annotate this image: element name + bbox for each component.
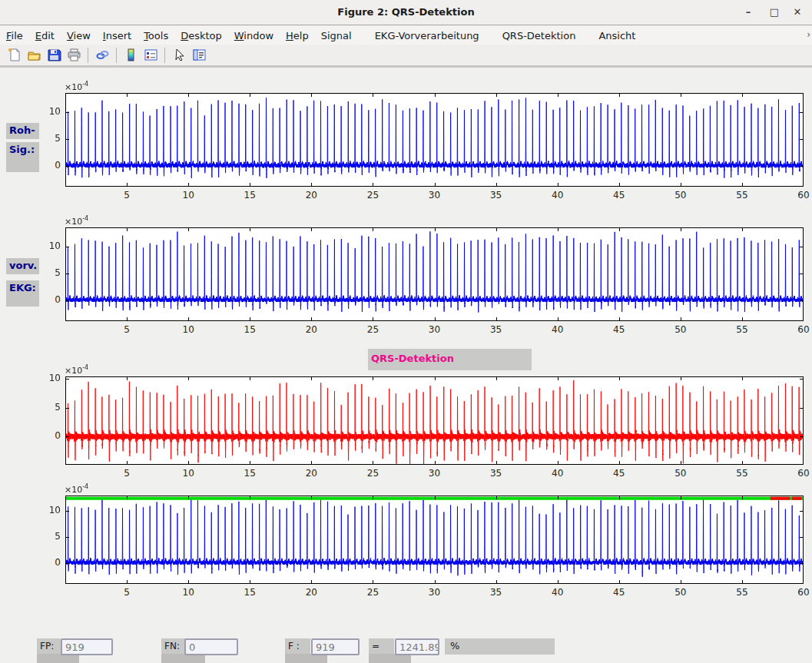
y-axis-exponent-label: ×10-4 — [65, 215, 88, 227]
maximize-button[interactable]: □ — [766, 5, 783, 20]
save-icon[interactable] — [45, 46, 63, 65]
x-tick-label: 55 — [729, 587, 755, 598]
property-inspector-icon[interactable] — [190, 46, 208, 65]
x-tick-label: 25 — [360, 324, 386, 335]
x-tick-label: 10 — [175, 587, 201, 598]
x-tick-label: 30 — [422, 324, 448, 335]
x-tick-label: 45 — [606, 468, 632, 479]
x-tick-label: 45 — [606, 190, 632, 201]
f-label: F : — [285, 638, 310, 654]
x-tick-label: 60 — [790, 324, 812, 335]
label-ekg: EKG: — [6, 280, 39, 307]
label-sig: Sig.: — [6, 142, 39, 172]
menu-item-file[interactable]: File — [6, 30, 23, 41]
y-tick-label: 5 — [41, 402, 61, 413]
new-document-icon[interactable] — [5, 46, 23, 65]
menu-item-help[interactable]: Help — [286, 30, 309, 41]
menu-item-ansicht[interactable]: Ansicht — [598, 30, 635, 41]
menu-item-edit[interactable]: Edit — [35, 30, 55, 41]
x-tick-label: 10 — [175, 324, 201, 335]
y-tick-label: 10 — [41, 106, 61, 117]
x-tick-label: 40 — [545, 587, 571, 598]
x-tick-label: 20 — [298, 190, 324, 201]
menu-item-insert[interactable]: Insert — [103, 30, 131, 41]
y-tick-label: 5 — [41, 267, 61, 278]
toolbar-separator — [88, 48, 88, 63]
x-tick-label: 60 — [790, 587, 812, 598]
ratio-input[interactable] — [395, 638, 439, 655]
x-tick-label: 15 — [237, 324, 263, 335]
menu-item-view[interactable]: View — [67, 30, 91, 41]
fp-input[interactable] — [61, 638, 113, 655]
plot-detektionsergebnis-canvas[interactable] — [65, 496, 804, 584]
f-input[interactable] — [311, 638, 360, 655]
label-roh-text: Roh- — [9, 124, 35, 136]
percent-label-box: % — [445, 638, 555, 655]
y-tick-label: 5 — [41, 133, 61, 144]
x-tick-label: 40 — [545, 190, 571, 201]
x-tick-label: 55 — [729, 468, 755, 479]
qrs-detektion-title: QRS-Detektion — [371, 353, 454, 364]
plot-roh-signal — [65, 93, 804, 187]
x-tick-label: 5 — [114, 587, 140, 598]
label-ekg-text: EKG: — [9, 282, 36, 293]
menu-item-qrs-detektion[interactable]: QRS-Detektion — [502, 30, 576, 41]
label-vorv: vorv. — [6, 258, 39, 274]
x-tick-label: 30 — [422, 190, 448, 201]
x-tick-label: 5 — [114, 324, 140, 335]
fn-input[interactable] — [184, 638, 238, 655]
menu-item-tools[interactable]: Tools — [144, 30, 168, 41]
edit-plot-arrow-icon[interactable] — [170, 46, 188, 65]
menu-item-signal[interactable]: Signal — [321, 30, 352, 41]
y-axis-exponent-label: ×10-4 — [65, 483, 88, 495]
x-tick-label: 15 — [237, 468, 263, 479]
label-vorv-text: vorv. — [9, 260, 37, 271]
toolbar-separator — [116, 48, 117, 63]
y-axis-exponent-label: ×10-4 — [65, 81, 88, 92]
toolbar-separator — [164, 48, 165, 63]
y-tick-label: 10 — [41, 240, 61, 251]
x-tick-label: 25 — [360, 190, 386, 201]
x-tick-label: 50 — [668, 190, 694, 201]
fp-label: FP: — [37, 638, 61, 654]
x-tick-label: 25 — [360, 587, 386, 598]
y-tick-label: 10 — [41, 373, 61, 383]
x-tick-label: 30 — [422, 468, 448, 479]
x-tick-label: 20 — [298, 324, 324, 335]
x-tick-label: 25 — [360, 468, 386, 479]
percent-label: % — [450, 640, 459, 651]
y-tick-label: 0 — [41, 430, 61, 441]
open-folder-icon[interactable] — [25, 46, 43, 65]
y-tick-label: 5 — [41, 531, 61, 542]
x-tick-label: 45 — [606, 324, 632, 335]
x-tick-label: 35 — [483, 587, 509, 598]
menu-item-desktop[interactable]: Desktop — [181, 30, 222, 41]
print-icon[interactable] — [65, 46, 83, 65]
y-tick-label: 0 — [41, 294, 61, 305]
x-tick-label: 10 — [175, 468, 201, 479]
x-tick-label: 50 — [668, 468, 694, 479]
x-tick-label: 10 — [175, 190, 201, 201]
plot-roh-signal-canvas[interactable] — [65, 93, 804, 187]
menu-item-window[interactable]: Window — [234, 30, 273, 41]
plot-vorverarbeitetes-ekg-canvas[interactable] — [65, 227, 804, 321]
title-bar: Figure 2: QRS-Detektion – □ ✕ — [0, 0, 812, 25]
y-axis-exponent-label: ×10-4 — [65, 364, 88, 376]
x-tick-label: 60 — [790, 190, 812, 201]
close-button[interactable]: ✕ — [789, 5, 806, 20]
fn-label: FN: — [161, 638, 185, 654]
equals-label: = — [369, 638, 394, 654]
x-tick-label: 55 — [729, 324, 755, 335]
menu-item-ekg-vorverarbeitung[interactable]: EKG-Vorverarbeitung — [375, 30, 479, 41]
x-tick-label: 20 — [298, 468, 324, 479]
x-tick-label: 40 — [545, 324, 571, 335]
x-tick-label: 60 — [790, 468, 812, 479]
insert-legend-icon[interactable] — [141, 46, 160, 65]
plot-qrs-detektion-canvas[interactable] — [65, 376, 804, 465]
minimize-button[interactable]: – — [740, 5, 757, 20]
plot-detektionsergebnis — [65, 496, 804, 584]
insert-colorbar-icon[interactable] — [121, 46, 140, 65]
label-sig-text: Sig.: — [9, 144, 35, 155]
link-plots-icon[interactable] — [93, 46, 111, 65]
menu-overflow-icon[interactable]: › — [807, 29, 810, 40]
